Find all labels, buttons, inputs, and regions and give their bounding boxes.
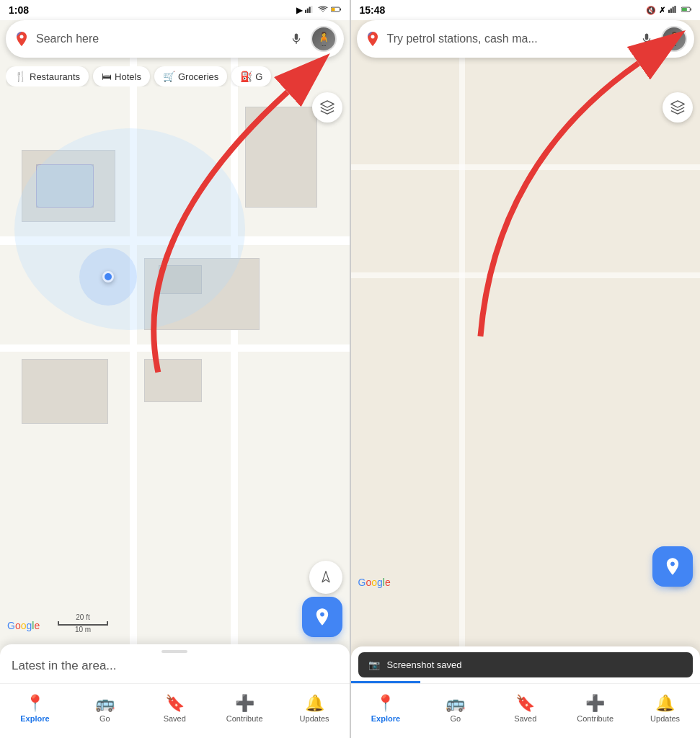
chip-gas[interactable]: ⛽ G [231, 66, 271, 86]
right-map: ◇ Google [351, 20, 701, 738]
right-map-bg [351, 20, 701, 738]
gas-icon: ⛽ [240, 71, 252, 82]
left-phone: 1:08 ▶ [0, 0, 350, 738]
restaurant-icon: 🍴 [14, 71, 27, 82]
svg-rect-9 [668, 10, 670, 13]
right-updates-label: Updates [650, 714, 680, 723]
location-dot [102, 271, 114, 283]
svg-rect-3 [311, 6, 312, 13]
left-time: 1:08 [9, 4, 29, 16]
google-logo-left: Google [7, 620, 40, 631]
explore-icon: 📍 [25, 694, 45, 713]
saved-icon: 🔖 [165, 694, 185, 713]
explore-label: Explore [20, 714, 49, 723]
chip-hotels[interactable]: 🛏 Hotels [93, 66, 150, 86]
right-search-placeholder: Try petrol stations, cash ma... [387, 32, 637, 45]
svg-rect-15 [691, 9, 691, 11]
svg-point-8 [20, 35, 24, 39]
right-time: 15:48 [360, 4, 386, 16]
contribute-label: Contribute [226, 714, 263, 723]
signal-icon [305, 4, 315, 16]
layers-button[interactable] [312, 92, 342, 123]
navigation-icon: ▶ [296, 6, 302, 15]
maps-logo-right [364, 30, 381, 48]
right-nav-contribute[interactable]: ➕ Contribute [560, 694, 630, 723]
saved-label: Saved [164, 714, 186, 723]
battery-icon [331, 4, 341, 16]
svg-rect-11 [673, 7, 674, 13]
no-signal-icon: ✗ [659, 6, 665, 15]
left-search-bar[interactable]: Search here 🧍 [6, 20, 344, 58]
left-nav-updates[interactable]: 🔔 Updates [280, 694, 350, 723]
go-button[interactable] [302, 597, 342, 637]
right-nav-saved[interactable]: 🔖 Saved [490, 694, 560, 723]
right-avatar[interactable]: 🧍 [661, 26, 687, 52]
left-bottom-nav: 📍 Explore 🚌 Go 🔖 Saved ➕ Contribute 🔔 Up… [0, 683, 350, 738]
updates-label: Updates [300, 714, 329, 723]
svg-rect-6 [340, 9, 340, 11]
right-status-icons: 🔇 ✗ [646, 4, 691, 16]
right-go-nav-icon: 🚌 [446, 694, 465, 713]
svg-rect-1 [306, 9, 308, 13]
left-nav-explore[interactable]: 📍 Explore [0, 694, 70, 723]
scale-ft: 20 ft [76, 613, 89, 621]
svg-rect-12 [674, 6, 675, 13]
left-avatar[interactable]: 🧍 [311, 26, 337, 52]
navigation-arrow-button[interactable] [309, 561, 342, 594]
right-status-bar: 15:48 🔇 ✗ [351, 0, 701, 20]
google-logo-right: Google [358, 577, 391, 588]
right-nav-go[interactable]: 🚌 Go [420, 694, 490, 723]
chip-restaurants-label: Restaurants [30, 71, 80, 82]
mute-icon: 🔇 [646, 6, 656, 15]
wifi-icon [318, 4, 328, 16]
left-status-bar: 1:08 ▶ [0, 0, 350, 20]
left-mic-button[interactable] [286, 29, 306, 49]
maps-logo-left [13, 30, 30, 48]
right-mic-button[interactable] [637, 29, 657, 49]
svg-rect-5 [331, 8, 335, 11]
updates-icon: 🔔 [305, 694, 324, 713]
svg-point-17 [371, 35, 374, 39]
right-saved-icon: 🔖 [515, 694, 535, 713]
screenshot-text: Screenshot saved [387, 659, 462, 670]
contribute-icon: ➕ [235, 694, 254, 713]
right-signal-icon [668, 4, 678, 16]
right-nav-updates[interactable]: 🔔 Updates [630, 694, 700, 723]
right-bottom-nav: 📍 Explore 🚌 Go 🔖 Saved ➕ Contribute 🔔 Up… [351, 683, 701, 738]
right-nav-explore[interactable]: 📍 Explore [351, 694, 421, 723]
hotel-icon: 🛏 [102, 71, 112, 82]
left-sheet-title: Latest in the area... [12, 659, 117, 672]
right-contribute-label: Contribute [577, 714, 613, 723]
right-battery-icon [681, 4, 691, 16]
go-nav-icon: 🚌 [95, 694, 115, 713]
scale-m: 10 m [75, 626, 91, 633]
left-bottom-sheet: Latest in the area... 📍 Explore 🚌 Go 🔖 S… [0, 644, 350, 738]
svg-rect-14 [682, 8, 687, 11]
active-tab-indicator [351, 681, 421, 683]
svg-rect-10 [670, 9, 672, 13]
chip-restaurants[interactable]: 🍴 Restaurants [6, 66, 89, 86]
chip-groceries[interactable]: 🛒 Groceries [154, 66, 227, 86]
screenshot-toast: 📷 Screenshot saved [358, 652, 694, 677]
left-map-bg [0, 20, 350, 738]
left-nav-go[interactable]: 🚌 Go [70, 694, 140, 723]
left-search-placeholder: Search here [36, 32, 286, 45]
grocery-icon: 🛒 [163, 71, 175, 82]
left-nav-contribute[interactable]: ➕ Contribute [210, 694, 280, 723]
right-search-bar[interactable]: Try petrol stations, cash ma... 🧍 [357, 20, 695, 58]
right-explore-label: Explore [371, 714, 400, 723]
chip-groceries-label: Groceries [178, 71, 218, 82]
scale-bar: 20 ft 10 m [58, 613, 108, 633]
go-label: Go [99, 714, 110, 723]
svg-rect-2 [309, 7, 310, 13]
right-explore-icon: 📍 [376, 694, 395, 713]
right-go-label: Go [451, 714, 461, 723]
chip-gas-label: G [255, 71, 262, 82]
right-layers-button[interactable] [663, 92, 693, 123]
screenshot-icon: 📷 [368, 659, 380, 670]
left-nav-saved[interactable]: 🔖 Saved [140, 694, 210, 723]
left-map: 20 ft 10 m Google [0, 20, 350, 738]
right-go-button[interactable] [652, 546, 693, 587]
right-phone: 15:48 🔇 ✗ [350, 0, 701, 738]
left-status-icons: ▶ [296, 4, 341, 16]
